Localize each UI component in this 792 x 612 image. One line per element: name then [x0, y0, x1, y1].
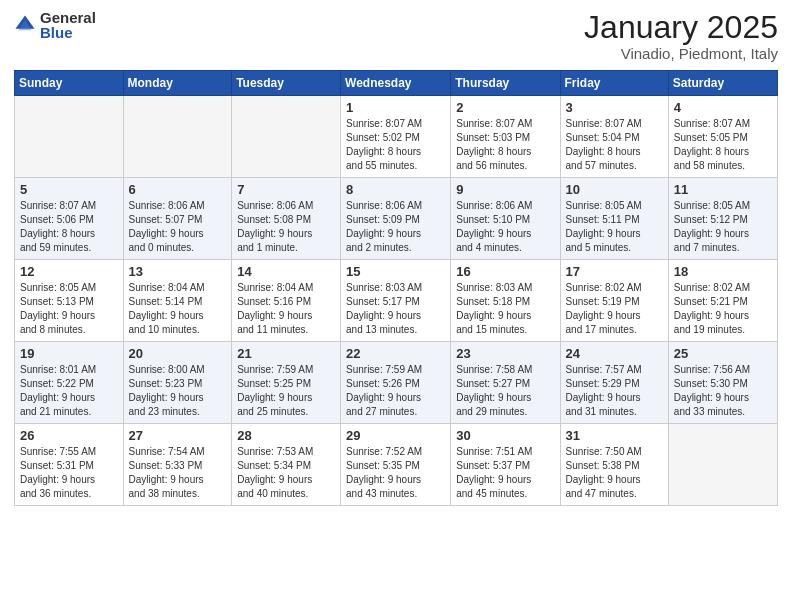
day-info: Sunrise: 7:59 AM Sunset: 5:26 PM Dayligh…	[346, 363, 445, 419]
day-info: Sunrise: 7:53 AM Sunset: 5:34 PM Dayligh…	[237, 445, 335, 501]
table-row: 1Sunrise: 8:07 AM Sunset: 5:02 PM Daylig…	[341, 96, 451, 178]
table-row: 17Sunrise: 8:02 AM Sunset: 5:19 PM Dayli…	[560, 260, 668, 342]
table-row: 24Sunrise: 7:57 AM Sunset: 5:29 PM Dayli…	[560, 342, 668, 424]
table-row: 19Sunrise: 8:01 AM Sunset: 5:22 PM Dayli…	[15, 342, 124, 424]
table-row: 20Sunrise: 8:00 AM Sunset: 5:23 PM Dayli…	[123, 342, 232, 424]
table-row: 14Sunrise: 8:04 AM Sunset: 5:16 PM Dayli…	[232, 260, 341, 342]
day-number: 8	[346, 182, 445, 197]
day-info: Sunrise: 8:01 AM Sunset: 5:22 PM Dayligh…	[20, 363, 118, 419]
month-title: January 2025	[584, 10, 778, 45]
table-row	[15, 96, 124, 178]
day-number: 1	[346, 100, 445, 115]
day-info: Sunrise: 8:04 AM Sunset: 5:14 PM Dayligh…	[129, 281, 227, 337]
day-number: 30	[456, 428, 554, 443]
day-info: Sunrise: 8:02 AM Sunset: 5:19 PM Dayligh…	[566, 281, 663, 337]
day-number: 24	[566, 346, 663, 361]
day-number: 19	[20, 346, 118, 361]
col-sunday: Sunday	[15, 71, 124, 96]
day-info: Sunrise: 8:03 AM Sunset: 5:18 PM Dayligh…	[456, 281, 554, 337]
day-number: 22	[346, 346, 445, 361]
table-row	[232, 96, 341, 178]
day-info: Sunrise: 7:50 AM Sunset: 5:38 PM Dayligh…	[566, 445, 663, 501]
calendar-week-row: 19Sunrise: 8:01 AM Sunset: 5:22 PM Dayli…	[15, 342, 778, 424]
col-friday: Friday	[560, 71, 668, 96]
col-tuesday: Tuesday	[232, 71, 341, 96]
table-row: 10Sunrise: 8:05 AM Sunset: 5:11 PM Dayli…	[560, 178, 668, 260]
table-row: 23Sunrise: 7:58 AM Sunset: 5:27 PM Dayli…	[451, 342, 560, 424]
day-info: Sunrise: 8:07 AM Sunset: 5:06 PM Dayligh…	[20, 199, 118, 255]
day-info: Sunrise: 8:06 AM Sunset: 5:10 PM Dayligh…	[456, 199, 554, 255]
logo-general: General	[40, 10, 96, 25]
day-number: 29	[346, 428, 445, 443]
table-row: 30Sunrise: 7:51 AM Sunset: 5:37 PM Dayli…	[451, 424, 560, 506]
table-row: 6Sunrise: 8:06 AM Sunset: 5:07 PM Daylig…	[123, 178, 232, 260]
calendar-header-row: Sunday Monday Tuesday Wednesday Thursday…	[15, 71, 778, 96]
calendar-week-row: 26Sunrise: 7:55 AM Sunset: 5:31 PM Dayli…	[15, 424, 778, 506]
day-number: 12	[20, 264, 118, 279]
page-container: General Blue January 2025 Vinadio, Piedm…	[0, 0, 792, 514]
day-number: 25	[674, 346, 772, 361]
table-row: 5Sunrise: 8:07 AM Sunset: 5:06 PM Daylig…	[15, 178, 124, 260]
day-number: 18	[674, 264, 772, 279]
table-row: 7Sunrise: 8:06 AM Sunset: 5:08 PM Daylig…	[232, 178, 341, 260]
day-number: 4	[674, 100, 772, 115]
logo: General Blue	[14, 10, 96, 40]
calendar-week-row: 1Sunrise: 8:07 AM Sunset: 5:02 PM Daylig…	[15, 96, 778, 178]
day-number: 5	[20, 182, 118, 197]
header: General Blue January 2025 Vinadio, Piedm…	[14, 10, 778, 62]
day-info: Sunrise: 8:05 AM Sunset: 5:11 PM Dayligh…	[566, 199, 663, 255]
table-row: 18Sunrise: 8:02 AM Sunset: 5:21 PM Dayli…	[668, 260, 777, 342]
location-subtitle: Vinadio, Piedmont, Italy	[584, 45, 778, 62]
table-row	[123, 96, 232, 178]
table-row: 13Sunrise: 8:04 AM Sunset: 5:14 PM Dayli…	[123, 260, 232, 342]
table-row: 9Sunrise: 8:06 AM Sunset: 5:10 PM Daylig…	[451, 178, 560, 260]
logo-icon	[14, 14, 36, 36]
table-row: 11Sunrise: 8:05 AM Sunset: 5:12 PM Dayli…	[668, 178, 777, 260]
day-number: 31	[566, 428, 663, 443]
day-number: 6	[129, 182, 227, 197]
day-number: 9	[456, 182, 554, 197]
day-number: 27	[129, 428, 227, 443]
table-row: 29Sunrise: 7:52 AM Sunset: 5:35 PM Dayli…	[341, 424, 451, 506]
col-wednesday: Wednesday	[341, 71, 451, 96]
day-number: 15	[346, 264, 445, 279]
table-row: 25Sunrise: 7:56 AM Sunset: 5:30 PM Dayli…	[668, 342, 777, 424]
day-number: 16	[456, 264, 554, 279]
day-info: Sunrise: 8:00 AM Sunset: 5:23 PM Dayligh…	[129, 363, 227, 419]
logo-blue: Blue	[40, 25, 96, 40]
day-number: 28	[237, 428, 335, 443]
day-info: Sunrise: 8:03 AM Sunset: 5:17 PM Dayligh…	[346, 281, 445, 337]
table-row: 4Sunrise: 8:07 AM Sunset: 5:05 PM Daylig…	[668, 96, 777, 178]
day-info: Sunrise: 7:57 AM Sunset: 5:29 PM Dayligh…	[566, 363, 663, 419]
calendar-week-row: 5Sunrise: 8:07 AM Sunset: 5:06 PM Daylig…	[15, 178, 778, 260]
day-info: Sunrise: 8:07 AM Sunset: 5:02 PM Dayligh…	[346, 117, 445, 173]
day-info: Sunrise: 8:06 AM Sunset: 5:09 PM Dayligh…	[346, 199, 445, 255]
day-number: 13	[129, 264, 227, 279]
calendar-week-row: 12Sunrise: 8:05 AM Sunset: 5:13 PM Dayli…	[15, 260, 778, 342]
day-info: Sunrise: 8:05 AM Sunset: 5:12 PM Dayligh…	[674, 199, 772, 255]
col-saturday: Saturday	[668, 71, 777, 96]
day-info: Sunrise: 7:55 AM Sunset: 5:31 PM Dayligh…	[20, 445, 118, 501]
table-row: 31Sunrise: 7:50 AM Sunset: 5:38 PM Dayli…	[560, 424, 668, 506]
table-row	[668, 424, 777, 506]
day-number: 26	[20, 428, 118, 443]
table-row: 21Sunrise: 7:59 AM Sunset: 5:25 PM Dayli…	[232, 342, 341, 424]
col-monday: Monday	[123, 71, 232, 96]
table-row: 2Sunrise: 8:07 AM Sunset: 5:03 PM Daylig…	[451, 96, 560, 178]
table-row: 22Sunrise: 7:59 AM Sunset: 5:26 PM Dayli…	[341, 342, 451, 424]
day-number: 11	[674, 182, 772, 197]
day-number: 17	[566, 264, 663, 279]
logo-text: General Blue	[40, 10, 96, 40]
day-info: Sunrise: 8:07 AM Sunset: 5:03 PM Dayligh…	[456, 117, 554, 173]
table-row: 27Sunrise: 7:54 AM Sunset: 5:33 PM Dayli…	[123, 424, 232, 506]
col-thursday: Thursday	[451, 71, 560, 96]
calendar-table: Sunday Monday Tuesday Wednesday Thursday…	[14, 70, 778, 506]
day-info: Sunrise: 8:06 AM Sunset: 5:07 PM Dayligh…	[129, 199, 227, 255]
day-number: 10	[566, 182, 663, 197]
table-row: 8Sunrise: 8:06 AM Sunset: 5:09 PM Daylig…	[341, 178, 451, 260]
table-row: 12Sunrise: 8:05 AM Sunset: 5:13 PM Dayli…	[15, 260, 124, 342]
table-row: 15Sunrise: 8:03 AM Sunset: 5:17 PM Dayli…	[341, 260, 451, 342]
day-info: Sunrise: 8:07 AM Sunset: 5:05 PM Dayligh…	[674, 117, 772, 173]
day-info: Sunrise: 8:06 AM Sunset: 5:08 PM Dayligh…	[237, 199, 335, 255]
day-number: 14	[237, 264, 335, 279]
